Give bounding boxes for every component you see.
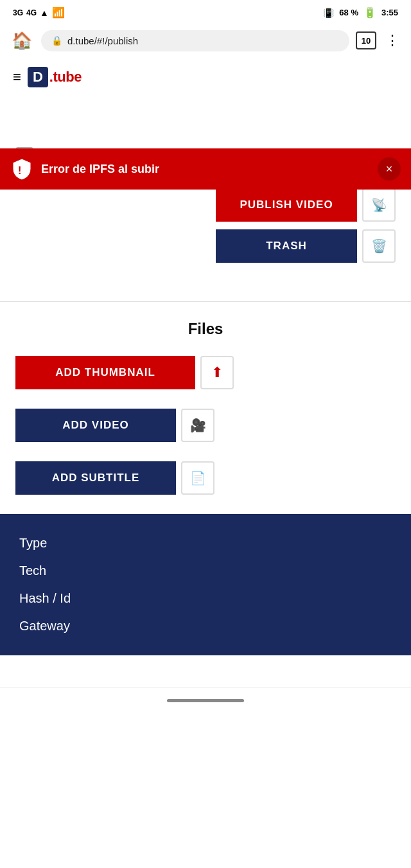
error-banner: ! Error de IPFS al subir × (0, 148, 411, 190)
url-text: d.tube/#!/publish (67, 35, 138, 46)
broadcast-icon: 📡 (371, 197, 387, 213)
time-display: 3:55 (381, 8, 398, 17)
battery-text: 68 % (339, 8, 358, 17)
trash-row: TRASH 🗑️ (216, 229, 396, 263)
signal-bars-icon: ▲ (40, 8, 49, 18)
lock-icon: 🔒 (51, 35, 62, 46)
dropdown-type[interactable]: Type (19, 529, 392, 557)
battery-icon: 🔋 (363, 6, 376, 19)
dtube-logo: D .tube (28, 67, 82, 87)
thumbnail-upload-icon-button[interactable]: ⬆ (200, 356, 234, 389)
document-icon: 📄 (190, 470, 206, 486)
dropdown-panel: Type Tech Hash / Id Gateway (0, 514, 411, 655)
home-button[interactable]: 🏠 (9, 28, 35, 53)
add-video-button[interactable]: ADD VIDEO (15, 409, 176, 442)
url-bar[interactable]: 🔒 d.tube/#!/publish (41, 30, 349, 51)
status-bar: 3G 4G ▲ 📶 📳 68 % 🔋 3:55 (0, 0, 411, 22)
section-divider (0, 301, 411, 302)
hamburger-menu-button[interactable]: ≡ (10, 66, 28, 88)
video-camera-icon: 🎥 (190, 418, 206, 433)
action-buttons: PUBLISH VIDEO 📡 TRASH 🗑️ (15, 188, 396, 263)
status-right: 📳 68 % 🔋 3:55 (323, 6, 398, 19)
app-header: ≡ D .tube (0, 58, 411, 96)
signal-4g-icon: 4G (26, 8, 37, 17)
dropdown-tech[interactable]: Tech (19, 557, 392, 585)
video-row: ADD VIDEO 🎥 (15, 409, 396, 442)
add-thumbnail-button[interactable]: ADD THUMBNAIL (15, 356, 195, 389)
signal-3g-icon: 3G (13, 8, 23, 17)
add-subtitle-button[interactable]: ADD SUBTITLE (15, 461, 176, 495)
error-close-button[interactable]: × (378, 157, 401, 181)
logo-tube: .tube (49, 69, 82, 85)
status-left: 3G 4G ▲ 📶 (13, 6, 65, 19)
hamburger-icon: ≡ (13, 69, 21, 85)
dropdown-hash-id[interactable]: Hash / Id (19, 585, 392, 612)
subtitle-icon-button[interactable]: 📄 (181, 461, 214, 495)
publish-video-button[interactable]: PUBLISH VIDEO (216, 188, 357, 222)
white-spacer (0, 655, 411, 687)
bottom-bar (0, 687, 411, 720)
browser-menu-button[interactable]: ⋮ (383, 30, 402, 51)
app-header-container: ≡ D .tube ! Error de IPFS al subir × (0, 58, 411, 96)
browser-bar: 🏠 🔒 d.tube/#!/publish 10 ⋮ (0, 22, 411, 58)
bottom-pill (167, 699, 244, 702)
tab-count-button[interactable]: 10 (356, 31, 376, 49)
publish-icon-button[interactable]: 📡 (362, 188, 396, 222)
trash-button[interactable]: TRASH (216, 229, 357, 263)
logo-d: D (28, 67, 48, 87)
video-icon-button[interactable]: 🎥 (181, 409, 214, 442)
upload-icon: ⬆ (211, 364, 223, 381)
thumbnail-row: ADD THUMBNAIL ⬆ (15, 356, 396, 389)
subtitle-row: ADD SUBTITLE 📄 (15, 461, 396, 495)
svg-text:!: ! (18, 165, 21, 176)
trash-icon-button[interactable]: 🗑️ (362, 229, 396, 263)
error-message: Error de IPFS al subir (41, 163, 378, 176)
error-shield-icon: ! (10, 157, 33, 181)
trash-icon: 🗑️ (371, 238, 387, 254)
home-icon: 🏠 (12, 31, 32, 51)
publish-row: PUBLISH VIDEO 📡 (216, 188, 396, 222)
vibrate-icon: 📳 (323, 8, 334, 18)
files-section: Files ADD THUMBNAIL ⬆ ADD VIDEO 🎥 ADD SU… (0, 320, 411, 495)
wifi-icon: 📶 (52, 6, 65, 19)
files-title: Files (15, 320, 396, 338)
dropdown-gateway[interactable]: Gateway (19, 612, 392, 640)
